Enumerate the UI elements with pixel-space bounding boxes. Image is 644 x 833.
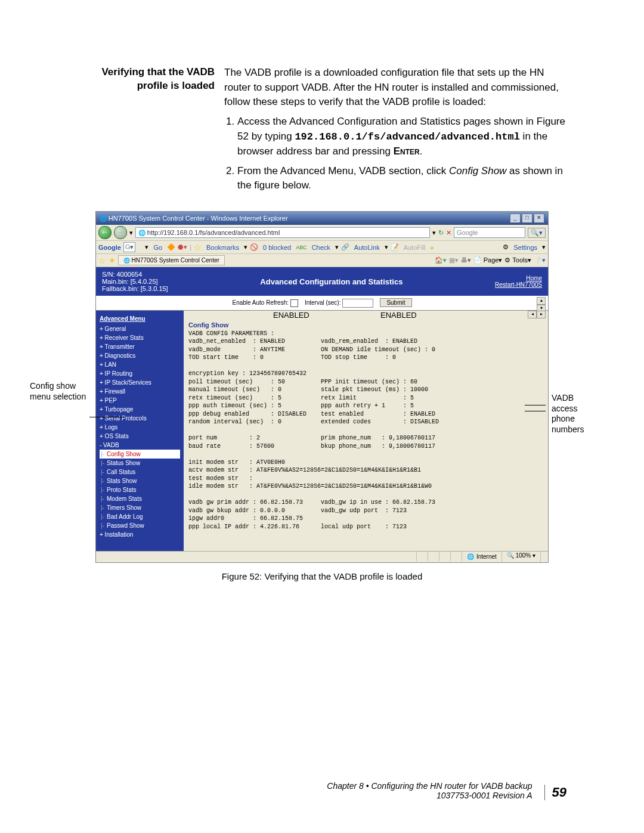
sidebar-item-vadb[interactable]: - VADB xyxy=(100,441,180,450)
footer-doc: 1037753-0001 Revision A xyxy=(327,791,532,800)
bookmarks-star-icon[interactable]: ☆ xyxy=(194,243,202,252)
sidebar-item-logs[interactable]: + Logs xyxy=(100,423,180,432)
step1-url: 192.168.0.1/fs/advanced/advanced.html xyxy=(295,131,519,143)
google-icon: 🔶 xyxy=(167,243,175,251)
autolink-icon: 🔗 xyxy=(341,243,349,251)
autolink-link[interactable]: AutoLink xyxy=(352,244,382,251)
add-favorites-icon[interactable]: ✦ xyxy=(109,256,116,265)
address-toolbar: ← → ▾ 🌐 http://192.168.0.1/fs/advanced/a… xyxy=(96,225,548,241)
sidebar-item-firewall[interactable]: + Firewall xyxy=(100,387,180,396)
check-link[interactable]: Check xyxy=(309,244,333,251)
autofill-link[interactable]: AutoFill xyxy=(401,244,428,251)
sidebar-item-transmitter[interactable]: + Transmitter xyxy=(100,342,180,351)
address-dropdown-icon[interactable]: ▾ xyxy=(432,229,436,237)
sidebar-sub-stats-show[interactable]: Stats Show xyxy=(100,476,180,485)
home-link[interactable]: Home xyxy=(495,275,542,281)
autofill-icon: 📝 xyxy=(391,243,399,251)
blocked-link[interactable]: 0 blocked xyxy=(261,244,293,251)
back-button[interactable]: ← xyxy=(98,226,112,239)
refresh-icon[interactable]: ↻ xyxy=(438,229,444,237)
figure-caption: Figure 52: Verifying that the VADB profi… xyxy=(95,571,549,581)
sidebar-item-turbopage[interactable]: + Turbopage xyxy=(100,405,180,414)
sidebar-item-installation[interactable]: + Installation xyxy=(100,530,180,539)
sidebar-sub-timers-show[interactable]: Timers Show xyxy=(100,503,180,512)
sidebar-item-general[interactable]: + General xyxy=(100,324,180,333)
more-icon[interactable]: » xyxy=(430,244,434,251)
restart-link[interactable]: Restart-HN7700S xyxy=(495,281,542,288)
statusbar: 🌐Internet 🔍 100% ▾ xyxy=(96,551,548,562)
bookmarks-link[interactable]: Bookmarks xyxy=(204,244,242,251)
config-show-title: Config Show xyxy=(188,321,543,329)
settings-icon[interactable]: ⚙ xyxy=(503,243,509,251)
google-search-box[interactable]: G▾ xyxy=(123,242,136,252)
go-button[interactable]: Go xyxy=(151,244,165,251)
sidebar-item-pep[interactable]: + PEP xyxy=(100,396,180,405)
vadb-text: VADB xyxy=(359,165,386,176)
sidebar: Advanced Menu + General + Receiver Stats… xyxy=(96,311,184,551)
page-menu[interactable]: 📄 Page▾ xyxy=(473,256,503,264)
sidebar-sub-passwd-show[interactable]: Passwd Show xyxy=(100,521,180,530)
sidebar-item-iprouting[interactable]: + IP Routing xyxy=(100,369,180,378)
home-icon[interactable]: 🏠▾ xyxy=(435,256,447,264)
step-2: From the Advanced Menu, VADB section, cl… xyxy=(237,164,566,193)
refresh-row: Enable Auto Refresh: Interval (sec): Sub… xyxy=(96,296,548,311)
google-brand: Google xyxy=(98,244,121,251)
config-panel: ENABLED ENABLED Config Show VADB CONFIG … xyxy=(184,311,548,551)
submit-button[interactable]: Submit xyxy=(380,298,411,307)
sidebar-sub-call-status[interactable]: Call Status xyxy=(100,467,180,476)
status-internet: 🌐Internet xyxy=(462,552,502,562)
search-input[interactable]: Google xyxy=(454,227,525,238)
close-button[interactable]: ✕ xyxy=(534,213,544,223)
scroll-up-icon[interactable]: ▴ xyxy=(537,297,546,305)
search-button[interactable]: 🔍▾ xyxy=(528,228,546,238)
check-icon: ABC xyxy=(296,244,307,250)
sidebar-item-receiver[interactable]: + Receiver Stats xyxy=(100,333,180,342)
google-dropdown[interactable]: ▾ xyxy=(145,243,148,251)
dropdown-icon[interactable]: ▾ xyxy=(129,229,133,237)
address-bar[interactable]: 🌐 http://192.168.0.1/fs/advanced/advance… xyxy=(135,227,430,238)
maximize-button[interactable]: □ xyxy=(522,213,532,223)
internet-icon: 🌐 xyxy=(467,553,474,560)
sidebar-sub-proto-stats[interactable]: Proto Stats xyxy=(100,485,180,494)
callout-vadb-phones: VADB access phone numbers xyxy=(552,393,599,435)
google-toolbar: Google G▾ ▾ Go 🔶 ⬣▾ | ☆ Bookmarks▾ 🚫 0 b… xyxy=(96,241,548,254)
callout-config-show: Config show menu selection xyxy=(30,381,89,402)
page-footer: Chapter 8 • Configuring the HN router fo… xyxy=(327,781,566,800)
refresh-checkbox[interactable] xyxy=(290,299,298,307)
browser-tab[interactable]: 🌐 HN7700S System Control Center xyxy=(118,255,225,265)
google-btn-icon[interactable]: ⬣▾ xyxy=(178,243,187,251)
section-title: Verifying that the VADB profile is loade… xyxy=(78,66,215,205)
section-intro: The VADB profile is a downloaded configu… xyxy=(224,66,566,110)
sn-info: S/N: 4000654 Main.bin: [5.4.0.25] Fallba… xyxy=(102,271,168,292)
header-links: Home Restart-HN7700S xyxy=(495,275,542,288)
blocked-icon: 🚫 xyxy=(250,243,258,251)
sidebar-item-serial[interactable]: + Serial Protocols xyxy=(100,414,180,423)
sidebar-item-diagnostics[interactable]: + Diagnostics xyxy=(100,351,180,360)
sidebar-sub-status-show[interactable]: Status Show xyxy=(100,459,180,467)
sidebar-sub-config-show[interactable]: Config Show xyxy=(100,450,180,459)
tabs-toolbar: ☆ ✦ 🌐 HN7700S System Control Center 🏠▾ ▦… xyxy=(96,254,548,267)
sidebar-sub-bad-addr[interactable]: Bad Addr Log xyxy=(100,512,180,521)
status-zoom[interactable]: 🔍 100% ▾ xyxy=(502,552,541,562)
favorites-icon[interactable]: ☆ xyxy=(98,256,106,265)
stop-icon[interactable]: ✕ xyxy=(446,229,451,237)
footer-chapter: Chapter 8 • Configuring the HN router fo… xyxy=(327,781,532,791)
help-icon[interactable]: ❔▾ xyxy=(534,256,546,264)
minimize-button[interactable]: _ xyxy=(510,213,521,223)
sidebar-item-osstats[interactable]: + OS Stats xyxy=(100,432,180,441)
callout-line-left xyxy=(89,417,125,417)
tools-menu[interactable]: ⚙ Tools▾ xyxy=(504,256,531,264)
feed-icon[interactable]: ▦▾ xyxy=(449,256,459,264)
sidebar-item-ipstack[interactable]: + IP Stack/Services xyxy=(100,378,180,387)
step-1: Access the Advanced Configuration and St… xyxy=(237,114,566,159)
sidebar-sub-modem-stats[interactable]: Modem Stats xyxy=(100,494,180,503)
titlebar: 🌐 HN7700S System Control Center - Window… xyxy=(96,212,548,225)
config-show-link-text: Config Show xyxy=(449,165,506,176)
print-icon[interactable]: 🖶▾ xyxy=(461,256,471,264)
settings-link[interactable]: Settings xyxy=(511,244,540,251)
forward-button[interactable]: → xyxy=(114,226,127,239)
page-heading: Advanced Configuration and Statistics xyxy=(168,277,495,286)
sidebar-item-lan[interactable]: + LAN xyxy=(100,360,180,369)
interval-input[interactable] xyxy=(342,299,373,308)
enter-key: Enter xyxy=(394,145,420,157)
